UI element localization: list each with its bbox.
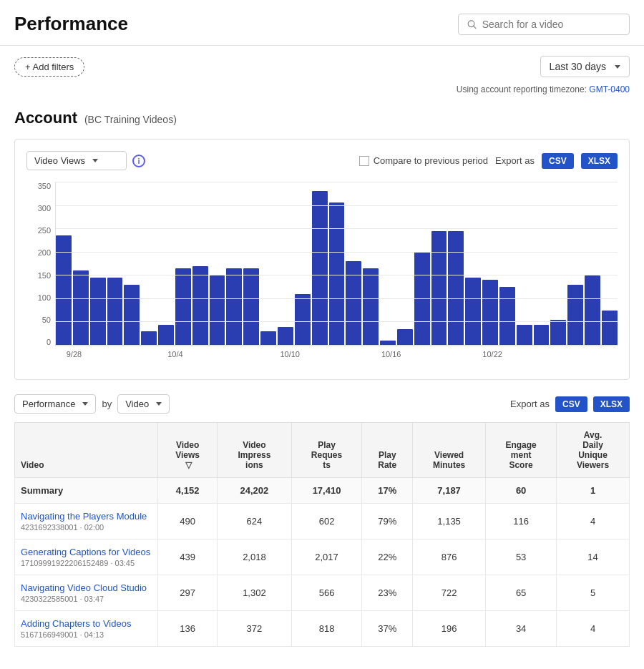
- video-engagement: 53: [486, 539, 557, 575]
- bar: [585, 275, 600, 346]
- performance-select[interactable]: Performance: [14, 394, 96, 414]
- performance-chevron-icon: [82, 402, 88, 406]
- bar: [602, 311, 618, 346]
- col-header-viewed-minutes: ViewedMinutes: [413, 423, 486, 478]
- info-icon[interactable]: i: [132, 155, 145, 167]
- table-row: Navigating Video Cloud Studio 4230322585…: [15, 575, 630, 611]
- bar: [312, 191, 328, 346]
- y-tick: 100: [26, 293, 55, 302]
- video-title-link[interactable]: Navigating Video Cloud Studio: [21, 582, 152, 593]
- bar: [534, 325, 550, 346]
- video-select[interactable]: Video: [117, 394, 170, 414]
- bar: [192, 266, 208, 346]
- table-export-csv-button[interactable]: CSV: [555, 396, 587, 412]
- bar: [243, 268, 259, 346]
- video-play-requests: 818: [291, 611, 362, 647]
- x-tick: 10/10: [280, 350, 300, 358]
- account-section: Account (BC Training Videos): [0, 102, 644, 139]
- bar: [107, 278, 123, 346]
- summary-play-requests: 17,410: [291, 478, 362, 504]
- video-cell: Adding Chapters to Videos 5167166949001 …: [15, 611, 158, 647]
- summary-engagement: 60: [486, 478, 557, 504]
- bar: [56, 235, 72, 346]
- bar: [278, 327, 293, 346]
- video-avg-viewers: 5: [557, 575, 630, 611]
- video-views: 136: [158, 611, 218, 647]
- bar: [73, 270, 89, 346]
- bar: [414, 252, 430, 346]
- search-input[interactable]: [482, 19, 620, 30]
- video-play-rate: 22%: [362, 539, 413, 575]
- video-play-requests: 566: [291, 575, 362, 611]
- video-play-rate: 79%: [362, 504, 413, 539]
- bar: [567, 285, 583, 346]
- col-header-video: Video: [15, 423, 158, 478]
- y-tick: 350: [26, 182, 55, 190]
- y-tick: 250: [26, 226, 55, 235]
- video-impressions: 624: [218, 504, 291, 539]
- table-header-row: Video VideoViews▽ VideoImpressions PlayR…: [15, 423, 630, 478]
- search-icon: [467, 19, 477, 29]
- bar: [346, 261, 361, 346]
- chart-left-controls: Video Views i: [26, 151, 145, 170]
- video-impressions: 1,302: [218, 575, 291, 611]
- video-id: 5167166949001 · 04:13: [21, 630, 152, 639]
- y-tick: 0: [26, 338, 55, 346]
- col-header-play-requests: PlayRequests: [291, 423, 362, 478]
- search-box[interactable]: [458, 14, 630, 35]
- bar: [210, 275, 225, 346]
- video-views: 439: [158, 539, 218, 575]
- timezone-link[interactable]: GMT-0400: [589, 84, 630, 94]
- video-chevron-icon: [156, 402, 162, 406]
- col-header-avg-viewers: Avg.DailyUniqueViewers: [557, 423, 630, 478]
- col-header-impressions: VideoImpressions: [218, 423, 291, 478]
- video-engagement: 116: [486, 504, 557, 539]
- chart-export-csv-button[interactable]: CSV: [542, 153, 574, 169]
- video-impressions: 2,018: [218, 539, 291, 575]
- video-avg-viewers: 14: [557, 539, 630, 575]
- bar: [260, 331, 276, 346]
- metric-select[interactable]: Video Views: [26, 151, 127, 170]
- video-title-link[interactable]: Adding Chapters to Videos: [21, 618, 152, 629]
- performance-select-label: Performance: [22, 399, 75, 409]
- video-title-link[interactable]: Navigating the Players Module: [21, 511, 152, 522]
- add-filters-button[interactable]: + Add filters: [14, 57, 84, 77]
- table-export-xlsx-button[interactable]: XLSX: [593, 396, 630, 412]
- table-row: Adding Chapters to Videos 5167166949001 …: [15, 611, 630, 647]
- chart-controls: Video Views i Compare to previous period…: [26, 151, 618, 170]
- col-header-play-rate: PlayRate: [362, 423, 413, 478]
- bar-chart: 050100150200250300350 9/2810/410/1010/16…: [26, 182, 618, 368]
- bar: [482, 280, 498, 346]
- table-toolbar: Performance by Video Export as CSV XLSX: [14, 394, 630, 414]
- x-tick: 10/16: [381, 350, 401, 358]
- video-title-link[interactable]: Generating Captions for Videos: [21, 547, 152, 557]
- bar: [431, 231, 447, 346]
- chart-right-controls: Compare to previous period Export as CSV…: [359, 153, 618, 169]
- date-range-label: Last 30 days: [550, 61, 606, 72]
- video-views: 490: [158, 504, 218, 539]
- x-axis: 9/2810/410/1010/1610/22: [55, 346, 618, 368]
- account-title: Account: [14, 109, 77, 127]
- metric-chevron-icon: [92, 159, 98, 162]
- bar: [380, 341, 396, 346]
- video-viewed-minutes: 876: [413, 539, 486, 575]
- video-id: 4231692338001 · 02:00: [21, 523, 152, 532]
- video-viewed-minutes: 722: [413, 575, 486, 611]
- compare-label[interactable]: Compare to previous period: [359, 155, 488, 166]
- y-tick: 300: [26, 204, 55, 213]
- svg-line-1: [474, 26, 476, 28]
- bar: [465, 278, 481, 346]
- table-row: Navigating the Players Module 4231692338…: [15, 504, 630, 539]
- video-engagement: 34: [486, 611, 557, 647]
- compare-checkbox[interactable]: [359, 156, 369, 166]
- chart-export-xlsx-button[interactable]: XLSX: [581, 153, 618, 169]
- sort-down-icon: ▽: [185, 460, 192, 470]
- table-row: Generating Captions for Videos 171099919…: [15, 539, 630, 575]
- bar: [499, 287, 515, 346]
- summary-views: 4,152: [158, 478, 218, 504]
- video-play-requests: 2,017: [291, 539, 362, 575]
- video-select-label: Video: [125, 399, 149, 409]
- video-avg-viewers: 4: [557, 611, 630, 647]
- date-range-select[interactable]: Last 30 days: [540, 56, 630, 77]
- col-header-views[interactable]: VideoViews▽: [158, 423, 218, 478]
